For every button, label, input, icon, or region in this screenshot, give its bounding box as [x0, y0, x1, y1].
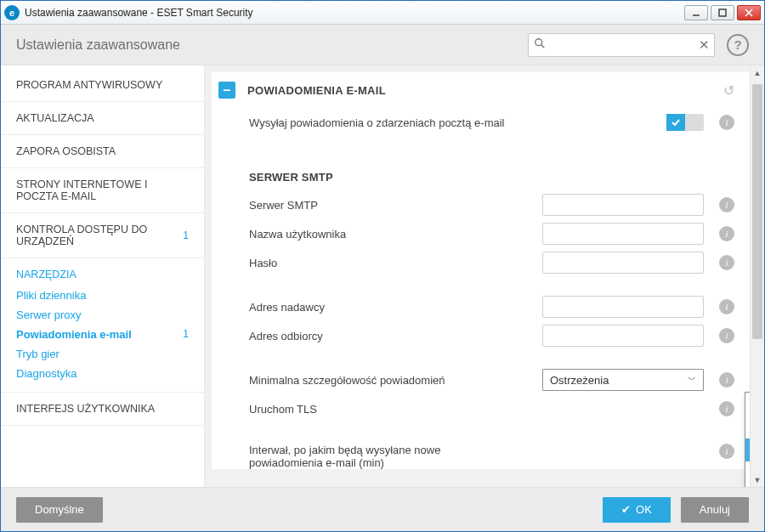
row-recipient: Adres odbiorcy i: [212, 321, 750, 350]
sidebar-item-label: Tryb gier: [16, 348, 60, 360]
row-username: Nazwa użytkownika i: [212, 219, 750, 248]
info-icon[interactable]: i: [719, 197, 734, 212]
vertical-scrollbar[interactable]: ▲ ▼: [750, 65, 764, 487]
button-label: OK: [636, 503, 652, 516]
app-window: e Ustawienia zaawansowane - ESET Smart S…: [0, 0, 765, 532]
sidebar: PROGRAM ANTYWIRUSOWY AKTUALIZACJA ZAPORA…: [1, 65, 205, 487]
sidebar-item-device-control[interactable]: KONTROLA DOSTĘPU DO URZĄDZEŃ 1: [1, 213, 204, 258]
svg-rect-1: [719, 9, 726, 16]
header-bar: Ustawienia zaawansowane ✕ ?: [1, 25, 764, 65]
info-icon[interactable]: i: [719, 372, 734, 388]
search-input[interactable]: [551, 38, 694, 51]
sidebar-sub-proxy[interactable]: Serwer proxy: [1, 305, 204, 325]
row-label: Wysyłaj powiadomienia o zdarzeniach pocz…: [249, 116, 666, 129]
sidebar-item-label: KONTROLA DOSTĘPU DO URZĄDZEŃ: [16, 224, 183, 247]
row-label: Minimalna szczegółowość powiadomień: [249, 374, 542, 387]
sidebar-item-update[interactable]: AKTUALIZACJA: [1, 102, 204, 135]
dropdown-option[interactable]: Błędy: [745, 461, 750, 484]
scroll-down-arrow[interactable]: ▼: [751, 473, 764, 487]
search-box[interactable]: ✕: [528, 33, 715, 57]
row-interval: Interwał, po jakim będą wysyłane nowe po…: [212, 439, 750, 469]
sidebar-item-label: ZAPORA OSOBISTA: [16, 145, 116, 157]
minimize-button[interactable]: [684, 5, 708, 20]
main-area: PROGRAM ANTYWIRUSOWY AKTUALIZACJA ZAPORA…: [1, 65, 764, 487]
collapse-toggle[interactable]: –: [218, 82, 235, 99]
row-label: Serwer SMTP: [249, 199, 542, 212]
svg-line-5: [541, 45, 545, 48]
row-smtp-server: Serwer SMTP i: [212, 190, 750, 219]
sidebar-badge: 1: [183, 328, 189, 341]
verbosity-select[interactable]: Ostrzeżenia ﹀: [542, 369, 704, 391]
info-icon[interactable]: i: [719, 115, 734, 130]
reset-icon[interactable]: ↺: [723, 82, 734, 99]
dropdown-option[interactable]: Krytyczne: [745, 484, 750, 487]
button-label: Anuluj: [700, 503, 730, 516]
dropdown-option[interactable]: Informacyjne: [745, 416, 750, 439]
sidebar-item-tools[interactable]: NARZĘDZIA: [1, 258, 204, 286]
sidebar-item-web-mail[interactable]: STRONY INTERNETOWE I POCZTA E-MAIL: [1, 168, 204, 213]
scroll-thumb[interactable]: [752, 84, 762, 339]
sidebar-item-label: NARZĘDZIA: [16, 269, 76, 280]
button-label: Domyślne: [35, 503, 84, 516]
chevron-down-icon: ﹀: [688, 374, 696, 386]
row-label: Uruchom TLS: [249, 403, 542, 416]
sidebar-item-label: Powiadomienia e-mail: [16, 328, 132, 341]
sidebar-sub-game-mode[interactable]: Tryb gier: [1, 344, 204, 364]
sidebar-item-label: Pliki dziennika: [16, 289, 86, 302]
app-icon: e: [4, 5, 20, 20]
content-panel: – POWIADOMIENIA E-MAIL ↺ Wysyłaj powiado…: [205, 65, 750, 487]
page-title: Ustawienia zaawansowane: [16, 37, 528, 53]
window-controls: [684, 5, 761, 20]
row-tls: Uruchom TLS i: [212, 394, 750, 423]
clear-icon[interactable]: ✕: [699, 37, 710, 53]
info-icon[interactable]: i: [719, 444, 734, 459]
recipient-input[interactable]: [542, 325, 704, 347]
info-icon[interactable]: i: [719, 328, 734, 343]
sidebar-sub-diagnostics[interactable]: Diagnostyka: [1, 364, 204, 383]
section-title: POWIADOMIENIA E-MAIL: [247, 84, 723, 97]
info-icon[interactable]: i: [719, 401, 734, 416]
info-icon[interactable]: i: [719, 255, 734, 270]
smtp-server-input[interactable]: [542, 194, 704, 216]
window-title: Ustawienia zaawansowane - ESET Smart Sec…: [25, 7, 684, 19]
footer-bar: Domyślne ✔ OK Anuluj: [1, 487, 764, 531]
verbosity-dropdown-open[interactable]: Diagnostyka Informacyjne Ostrzeżenia Błę…: [745, 392, 750, 487]
row-verbosity: Minimalna szczegółowość powiadomień Ostr…: [212, 365, 750, 394]
scroll-up-arrow[interactable]: ▲: [751, 65, 764, 80]
row-label: Nazwa użytkownika: [249, 228, 542, 241]
dropdown-option[interactable]: Diagnostyka: [745, 393, 750, 416]
content-wrap: – POWIADOMIENIA E-MAIL ↺ Wysyłaj powiado…: [205, 65, 764, 487]
sidebar-item-antivirus[interactable]: PROGRAM ANTYWIRUSOWY: [1, 69, 204, 102]
svg-point-4: [536, 39, 542, 46]
info-icon[interactable]: i: [719, 226, 734, 241]
sidebar-item-label: STRONY INTERNETOWE I POCZTA E-MAIL: [16, 178, 189, 202]
sidebar-item-firewall[interactable]: ZAPORA OSOBISTA: [1, 135, 204, 168]
password-input[interactable]: [542, 252, 704, 274]
row-label: Interwał, po jakim będą wysyłane nowe po…: [249, 444, 542, 469]
send-email-toggle[interactable]: [666, 114, 704, 131]
sidebar-sub-email-notifications[interactable]: Powiadomienia e-mail 1: [1, 325, 204, 344]
sidebar-item-label: PROGRAM ANTYWIRUSOWY: [16, 79, 162, 91]
ok-button[interactable]: ✔ OK: [603, 497, 671, 523]
smtp-heading: SERWER SMTP: [212, 152, 750, 190]
sidebar-sub-logs[interactable]: Pliki dziennika: [1, 286, 204, 305]
maximize-button[interactable]: [711, 5, 734, 20]
cancel-button[interactable]: Anuluj: [681, 497, 749, 523]
sidebar-item-label: INTERFEJS UŻYTKOWNIKA: [16, 403, 155, 415]
row-label: Adres nadawcy: [249, 301, 542, 314]
check-icon: ✔: [621, 503, 631, 516]
sender-input[interactable]: [542, 296, 704, 318]
search-icon: [534, 37, 546, 52]
close-button[interactable]: [737, 5, 761, 20]
sidebar-item-ui[interactable]: INTERFEJS UŻYTKOWNIKA: [1, 393, 204, 426]
dropdown-option-selected[interactable]: Ostrzeżenia: [745, 439, 750, 461]
help-button[interactable]: ?: [727, 34, 749, 56]
default-button[interactable]: Domyślne: [16, 497, 103, 523]
titlebar: e Ustawienia zaawansowane - ESET Smart S…: [1, 1, 764, 25]
settings-panel: – POWIADOMIENIA E-MAIL ↺ Wysyłaj powiado…: [212, 72, 750, 469]
username-input[interactable]: [542, 223, 704, 245]
info-icon[interactable]: i: [719, 299, 734, 314]
row-password: Hasło i: [212, 248, 750, 277]
row-send-toggle: Wysyłaj powiadomienia o zdarzeniach pocz…: [212, 108, 750, 137]
sidebar-tools-sublist: Pliki dziennika Serwer proxy Powiadomien…: [1, 286, 204, 393]
